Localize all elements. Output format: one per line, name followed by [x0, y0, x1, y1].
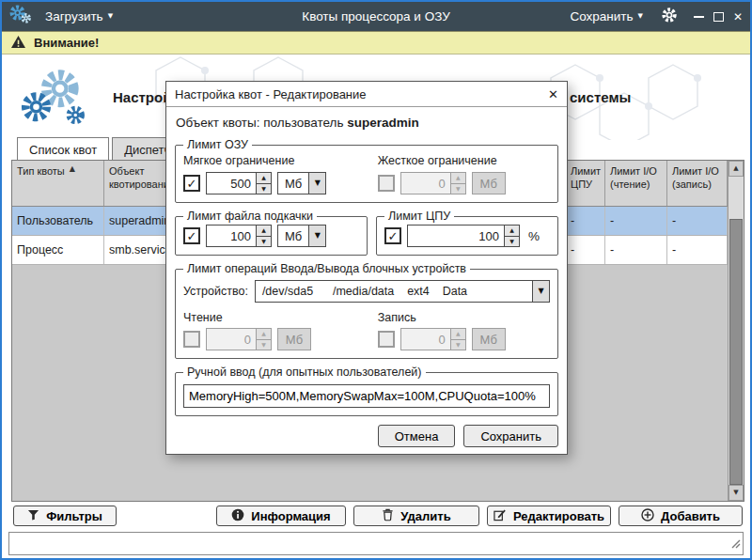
app-gears-icon	[9, 5, 31, 28]
add-button[interactable]: Добавить	[619, 506, 743, 526]
column-header-io-write[interactable]: Лимит I/O (запись)	[667, 161, 728, 206]
info-button[interactable]: Информация	[216, 506, 346, 526]
sort-asc-icon: ▲	[70, 165, 75, 206]
spin-up-icon[interactable]: ▲	[257, 173, 271, 184]
page-title-fragment-left: Настрой	[113, 89, 171, 105]
combo-arrow-icon[interactable]: ▼	[309, 225, 326, 247]
cell-io-write: -	[667, 236, 728, 264]
combo-arrow-icon[interactable]: ▼	[533, 280, 550, 303]
dialog-close-icon[interactable]: ✕	[548, 88, 558, 101]
cell-io-read: -	[605, 207, 667, 235]
read-label: Чтение	[183, 311, 378, 324]
filters-button[interactable]: Фильтры	[13, 506, 117, 526]
cell-cpu-limit: -	[566, 236, 605, 264]
spin-down-icon[interactable]: ▼	[257, 184, 271, 194]
combo-arrow-icon[interactable]: ▼	[309, 172, 326, 194]
column-header-quota-type[interactable]: Тип квоты ▲	[12, 161, 104, 206]
swap-limit-spinbox: 100 ▲ ▼	[206, 225, 272, 247]
quota-object-name: superadmin	[347, 116, 419, 130]
quota-object-line: Объект квоты: пользователь superadmin	[176, 116, 557, 130]
spin-up-icon[interactable]: ▲	[257, 226, 271, 237]
swap-limit-legend: Лимит файла подкачки	[183, 210, 317, 223]
read-limit-checkbox[interactable]	[183, 331, 200, 348]
swap-limit-value[interactable]: 100	[206, 225, 257, 247]
io-limit-group: Лимит операций Ввода/Вывода блочных устр…	[175, 262, 558, 359]
cell-io-read: -	[605, 236, 667, 264]
edit-button[interactable]: Редактировать	[487, 506, 611, 526]
soft-unit-value[interactable]: Мб	[277, 172, 309, 194]
spin-down-icon[interactable]: ▼	[505, 237, 519, 247]
swap-unit-value[interactable]: Мб	[277, 225, 309, 247]
soft-limit-label: Мягкое ограничение	[183, 154, 378, 167]
cell-quota-type: Пользователь	[12, 207, 104, 235]
quota-edit-dialog: Настройка квот - Редактирование ✕ Объект…	[165, 81, 568, 455]
spin-up-icon[interactable]: ▲	[505, 226, 519, 237]
cpu-limit-spinbox: 100 ▲ ▼	[407, 225, 520, 247]
dialog-save-button[interactable]: Сохранить	[463, 425, 558, 447]
resize-grip[interactable]	[729, 536, 741, 552]
hard-limit-checkbox[interactable]	[378, 175, 395, 192]
device-value[interactable]: /dev/sda5 /media/data ext4 Data	[255, 280, 533, 303]
trash-icon	[382, 508, 394, 524]
cpu-limit-group: Лимит ЦПУ ✓ 100 ▲ ▼ %	[376, 210, 558, 256]
cancel-button[interactable]: Отмена	[378, 425, 456, 447]
chevron-down-icon: ▼	[108, 13, 113, 20]
filter-funnel-icon	[27, 509, 39, 523]
read-limit-spinbox: 0 ▲ ▼	[206, 328, 272, 350]
soft-limit-checkbox[interactable]: ✓	[183, 175, 200, 192]
scrollbar-thumb[interactable]	[729, 219, 743, 485]
soft-unit-combo: Мб ▼	[277, 172, 326, 194]
read-limit-value[interactable]: 0	[206, 328, 257, 350]
check-icon: ✓	[187, 178, 197, 190]
cell-quota-type: Процесс	[12, 236, 104, 264]
hard-unit-box: Мб	[472, 172, 506, 194]
edit-pencil-icon	[494, 508, 507, 524]
write-limit-checkbox[interactable]	[378, 331, 395, 348]
swap-limit-checkbox[interactable]: ✓	[183, 227, 200, 244]
hard-limit-spinbox: 0 ▲ ▼	[400, 172, 466, 194]
settings-gear-icon[interactable]	[661, 7, 678, 27]
page-title-fragment-right: системы	[570, 89, 631, 105]
cell-io-write: -	[667, 207, 728, 235]
scroll-down-button[interactable]: ▼	[728, 485, 744, 501]
cpu-limit-checkbox[interactable]: ✓	[384, 227, 401, 244]
manual-input-group: Ручной ввод (для опытных пользователей)	[175, 366, 558, 416]
scroll-up-button[interactable]: ▲	[728, 161, 744, 177]
dialog-titlebar[interactable]: Настройка квот - Редактирование ✕	[166, 82, 567, 107]
maximize-button[interactable]	[713, 12, 724, 22]
soft-limit-value[interactable]: 500	[206, 172, 257, 194]
spin-down-icon[interactable]: ▼	[257, 237, 271, 247]
write-unit-box: Мб	[472, 328, 506, 350]
write-label: Запись	[378, 311, 550, 324]
column-header-io-read[interactable]: Лимит I/O (чтение)	[605, 161, 667, 206]
cpu-limit-legend: Лимит ЦПУ	[384, 210, 454, 223]
manual-input-field[interactable]	[183, 384, 550, 408]
spin-down-icon: ▼	[451, 184, 465, 194]
tab-quota-list[interactable]: Список квот	[17, 137, 109, 161]
vertical-scrollbar[interactable]: ▲ ▼	[728, 161, 744, 501]
cpu-limit-value[interactable]: 100	[407, 225, 505, 247]
swap-limit-group: Лимит файла подкачки ✓ 100 ▲ ▼	[175, 210, 368, 256]
status-bar	[8, 532, 744, 555]
spin-up-icon: ▲	[451, 173, 465, 184]
delete-button[interactable]: Удалить	[353, 506, 479, 526]
manual-input-legend: Ручной ввод (для опытных пользователей)	[183, 366, 426, 379]
swap-unit-combo: Мб ▼	[277, 225, 326, 247]
save-button[interactable]: Сохранить ▼	[564, 8, 648, 24]
read-unit-box: Мб	[277, 328, 311, 350]
add-plus-icon	[641, 508, 654, 524]
load-button[interactable]: Загрузить ▼	[39, 8, 118, 24]
cell-cpu-limit: -	[566, 207, 605, 235]
titlebar: Загрузить ▼ Квоты процессора и ОЗУ Сохра…	[2, 2, 750, 31]
spin-up-icon: ▲	[451, 329, 465, 340]
minimize-button[interactable]	[694, 16, 704, 18]
write-limit-value[interactable]: 0	[400, 328, 451, 350]
app-logo-gears	[17, 65, 86, 132]
column-header-cpu-limit[interactable]: Лимит ЦПУ	[566, 161, 605, 206]
spin-down-icon: ▼	[257, 340, 271, 350]
hard-limit-value[interactable]: 0	[400, 172, 451, 194]
spin-up-icon: ▲	[257, 329, 271, 340]
close-button[interactable]: ✕	[733, 11, 743, 23]
app-window: Загрузить ▼ Квоты процессора и ОЗУ Сохра…	[0, 0, 752, 560]
ram-limit-legend: Лимит ОЗУ	[183, 138, 252, 151]
